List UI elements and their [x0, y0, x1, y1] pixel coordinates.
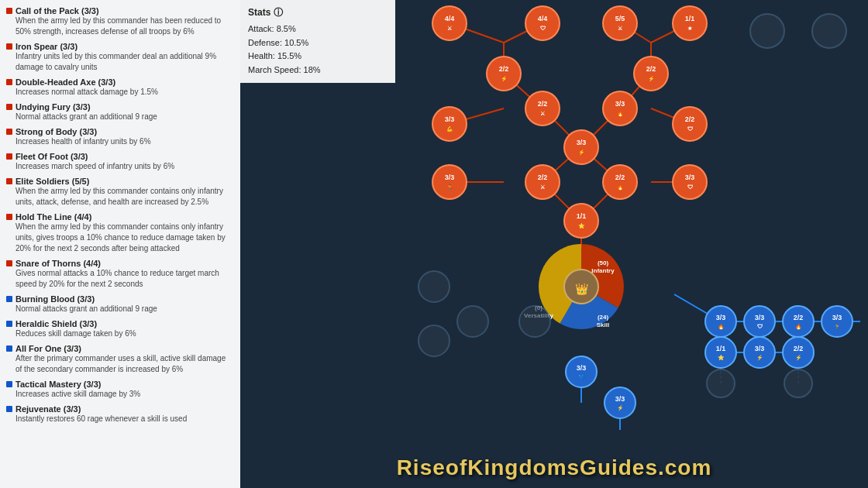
svg-point-116: [707, 369, 735, 397]
svg-text:2/2: 2/2: [538, 100, 548, 108]
svg-text:3/3: 3/3: [615, 395, 625, 403]
skill-title-snare-of-thorns: Snare of Thorns (4/4): [6, 259, 234, 268]
skill-entry-snare-of-thorns: Snare of Thorns (4/4)Gives normal attack…: [6, 259, 234, 290]
svg-text:3/3: 3/3: [832, 314, 842, 321]
svg-text:🛡: 🛡: [540, 26, 546, 31]
svg-text:2/2: 2/2: [499, 65, 509, 73]
svg-text:3/3: 3/3: [755, 345, 765, 352]
skill-entry-iron-spear: Iron Spear (3/3)Infantry units led by th…: [6, 42, 234, 73]
skill-title-text-fleet-of-foot: Fleet Of Foot (3/3): [16, 152, 88, 161]
skill-dot-call-of-the-pack: [6, 8, 12, 14]
skill-title-text-strong-of-body: Strong of Body (3/3): [16, 127, 97, 136]
svg-text:3/3: 3/3: [445, 174, 455, 181]
svg-text:1/1: 1/1: [577, 212, 587, 220]
svg-text:🛡: 🛡: [687, 184, 693, 190]
svg-text:⚔: ⚔: [540, 184, 545, 190]
svg-point-71: [525, 165, 560, 199]
svg-point-117: [784, 369, 812, 397]
skill-desc-iron-spear: Infantry units led by this commander dea…: [16, 51, 234, 73]
pie-infantry-text: Infantry: [591, 267, 615, 274]
skill-dot-hold-the-line: [6, 214, 12, 220]
svg-text:🔥: 🔥: [718, 323, 725, 330]
svg-text:🏃: 🏃: [834, 323, 841, 330]
skill-dot-iron-spear: [6, 43, 12, 50]
svg-text:⚔: ⚔: [540, 111, 545, 116]
skill-list-panel: Call of the Pack (3/3)When the army led …: [0, 0, 240, 488]
svg-point-113: [457, 306, 488, 337]
svg-point-65: [564, 130, 598, 164]
skill-dot-heraldic-shield: [6, 321, 12, 327]
svg-point-115: [418, 325, 450, 356]
skill-desc-tactical-mastery: Increases active skill damage by 3%: [16, 389, 234, 400]
skill-entry-strong-of-body: Strong of Body (3/3)Increases health of …: [6, 127, 234, 147]
svg-text:💪: 💪: [446, 125, 453, 132]
svg-text:3/3: 3/3: [577, 364, 587, 372]
svg-text:⚡: ⚡: [756, 354, 763, 361]
skill-entry-tactical-mastery: Tactical Mastery (3/3)Increases active s…: [6, 380, 234, 400]
svg-point-50: [634, 57, 668, 91]
skill-entry-heraldic-shield: Heraldic Shield (3/3)Reduces skill damag…: [6, 319, 234, 339]
skill-title-strong-of-body: Strong of Body (3/3): [6, 127, 234, 136]
skill-desc-double-headed-axe: Increases normal attack damage by 1.5%: [16, 87, 234, 98]
skill-title-text-snare-of-thorns: Snare of Thorns (4/4): [16, 259, 101, 268]
skill-title-iron-spear: Iron Spear (3/3): [6, 42, 234, 51]
skill-desc-fleet-of-foot: Increases march speed of infantry units …: [16, 161, 234, 172]
skill-title-text-burning-blood: Burning Blood (3/3): [16, 294, 95, 304]
svg-text:2/2: 2/2: [538, 174, 548, 181]
skill-title-double-headed-axe: Double-Headed Axe (3/3): [6, 77, 234, 87]
svg-point-35: [432, 6, 467, 40]
svg-point-68: [432, 165, 467, 199]
svg-point-38: [525, 6, 560, 40]
skill-dot-fleet-of-foot: [6, 153, 12, 160]
pie-skill-label: (24): [598, 314, 609, 321]
svg-text:★: ★: [687, 26, 693, 31]
skill-entry-all-for-one: All For One (3/3)After the primary comma…: [6, 344, 234, 375]
svg-point-80: [564, 204, 598, 238]
skill-desc-elite-soldiers: When the army led by this commander cont…: [16, 186, 234, 208]
svg-point-47: [487, 57, 521, 91]
svg-text:1/1: 1/1: [716, 345, 726, 352]
skill-desc-heraldic-shield: Reduces skill damage taken by 6%: [16, 328, 234, 339]
skill-desc-hold-the-line: When the army led by this commander cont…: [16, 222, 234, 254]
skill-title-text-call-of-the-pack: Call of the Pack (3/3): [16, 6, 99, 15]
svg-text:🔥: 🔥: [795, 323, 802, 330]
svg-point-74: [603, 165, 637, 199]
svg-point-56: [525, 91, 560, 125]
svg-text:⚡: ⚡: [501, 75, 508, 82]
skill-entry-fleet-of-foot: Fleet Of Foot (3/3)Increases march speed…: [6, 152, 234, 172]
skill-entry-call-of-the-pack: Call of the Pack (3/3)When the army led …: [6, 6, 234, 37]
svg-point-114: [418, 271, 450, 302]
skill-title-text-heraldic-shield: Heraldic Shield (3/3): [16, 319, 97, 328]
skill-desc-rejuvenate: Instantly restores 60 rage whenever a sk…: [16, 414, 234, 424]
skill-title-undying-fury: Undying Fury (3/3): [6, 102, 234, 112]
pie-skill-text: Skill: [597, 321, 609, 328]
skill-title-text-double-headed-axe: Double-Headed Axe (3/3): [16, 77, 115, 87]
skill-title-tactical-mastery: Tactical Mastery (3/3): [6, 380, 234, 389]
svg-point-77: [673, 165, 707, 199]
skill-entry-burning-blood: Burning Blood (3/3)Normal attacks grant …: [6, 294, 234, 314]
skill-title-text-elite-soldiers: Elite Soldiers (5/5): [16, 177, 89, 186]
svg-text:💙: 💙: [578, 373, 585, 380]
skill-tree-area: 4/4 ⚔ 4/4 🛡 5/5 ⚔ 1/1 ★ 2/2 ⚡ 2/2 ⚡ 3/3 …: [240, 0, 868, 488]
skill-entry-hold-the-line: Hold The Line (4/4)When the army led by …: [6, 212, 234, 254]
svg-text:🔥: 🔥: [617, 184, 624, 191]
skill-dot-all-for-one: [6, 345, 12, 352]
skill-entry-double-headed-axe: Double-Headed Axe (3/3)Increases normal …: [6, 77, 234, 98]
svg-text:3/3: 3/3: [577, 139, 587, 146]
skill-dot-elite-soldiers: [6, 178, 12, 184]
svg-text:👑: 👑: [575, 283, 589, 296]
skill-desc-burning-blood: Normal attacks grant an additional 9 rag…: [16, 304, 234, 314]
skill-title-call-of-the-pack: Call of the Pack (3/3): [6, 6, 234, 15]
svg-point-53: [432, 107, 467, 141]
svg-point-62: [673, 107, 707, 141]
skill-title-heraldic-shield: Heraldic Shield (3/3): [6, 319, 234, 328]
svg-text:2/2: 2/2: [794, 345, 804, 352]
svg-point-44: [673, 6, 707, 40]
skill-dot-undying-fury: [6, 104, 12, 110]
skill-dot-burning-blood: [6, 296, 12, 302]
svg-text:🛡: 🛡: [757, 324, 763, 329]
skill-title-text-iron-spear: Iron Spear (3/3): [16, 42, 78, 51]
svg-point-59: [603, 91, 637, 125]
svg-text:2/2: 2/2: [615, 174, 625, 181]
skill-dot-snare-of-thorns: [6, 260, 12, 266]
